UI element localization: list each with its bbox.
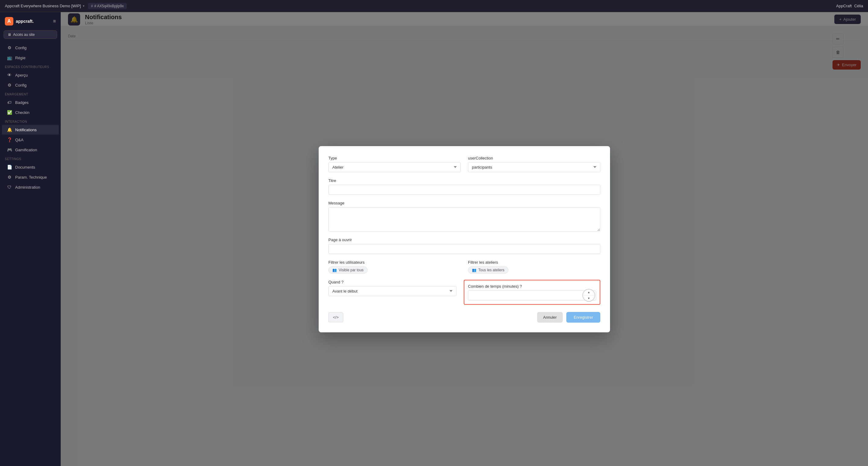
section-label-emargement: ÉMARGEMENT: [0, 90, 61, 97]
titre-field: Titre: [329, 178, 600, 195]
gamification-icon: 🎮: [7, 147, 12, 152]
type-select[interactable]: Atelier Session Conférence: [329, 162, 461, 172]
sidebar-item-label: Administration: [15, 185, 40, 190]
quand-select[interactable]: Avant le début Après la fin Pendant: [329, 286, 457, 296]
user-collection-field: userCollection participants speakers tou…: [468, 156, 600, 172]
modal-row-filters: Filtrer les utilisateurs 👥 Visible par t…: [329, 260, 600, 274]
sidebar-item-label: Documents: [15, 165, 35, 170]
hash-icon: #: [91, 4, 93, 8]
sidebar-item-notifications[interactable]: 🔔 Notifications: [2, 125, 59, 135]
sidebar-item-checkin[interactable]: ✅ Checkin: [2, 108, 59, 117]
section-label-interaction: INTERACTION: [0, 118, 61, 124]
filter-users-label: Filtrer les utilisateurs: [329, 260, 461, 265]
apercu-icon: 👁: [7, 72, 12, 78]
regie-icon: 📺: [7, 55, 12, 60]
logo-letter: A: [7, 19, 11, 24]
sidebar-item-gamification[interactable]: 🎮 Gamification: [2, 145, 59, 155]
main-layout: A appcraft. ≡ 🖥 Accès au site ⚙ Config 📺…: [0, 12, 868, 466]
modal-overlay: Type Atelier Session Conférence userColl…: [61, 12, 868, 466]
type-field: Type Atelier Session Conférence: [329, 156, 461, 172]
filter-users-tag-text: Visible par tous: [339, 268, 364, 272]
message-textarea[interactable]: [329, 207, 600, 231]
cancel-button[interactable]: Annuler: [537, 312, 563, 323]
badges-icon: 🏷: [7, 100, 12, 105]
sidebar-item-label: Config: [15, 83, 27, 87]
sidebar-item-qa[interactable]: ❓ Q&A: [2, 135, 59, 145]
sidebar-item-label: Régie: [15, 56, 26, 60]
sidebar-item-param-technique[interactable]: ⚙ Param. Technique: [2, 172, 59, 182]
temps-input-wrap: ▲ ▼: [468, 290, 596, 300]
admin-icon: 🛡: [7, 185, 12, 190]
user-collection-label: userCollection: [468, 156, 600, 161]
sidebar-item-config-espaces[interactable]: ⚙ Config: [2, 80, 59, 90]
topbar-right: AppCraft Célia: [836, 4, 863, 8]
filter-users-field: Filtrer les utilisateurs 👥 Visible par t…: [329, 260, 461, 274]
page-field: Page à ouvrir: [329, 238, 600, 254]
branch-hash: # AX5q49xBpjlp9x: [94, 4, 124, 8]
config-icon: ⚙: [7, 45, 12, 50]
user-name: Célia: [854, 4, 863, 8]
message-label: Message: [329, 201, 600, 205]
modal-row-timing: Quand ? Avant le début Après la fin Pend…: [329, 280, 600, 305]
sidebar-section-interaction: INTERACTION 🔔 Notifications ❓ Q&A 🎮 Gami…: [0, 118, 61, 155]
temps-field: Combien de temps (minutes) ? ▲ ▼: [464, 280, 600, 305]
notifications-icon: 🔔: [7, 127, 12, 132]
topbar: Appcraft Everywhere Business Demo [WIP] …: [0, 0, 868, 12]
sidebar-item-administration[interactable]: 🛡 Administration: [2, 182, 59, 192]
code-button[interactable]: </>: [329, 312, 343, 322]
content-area: 🔔 Notifications Liste + Ajouter Date ✏ 🗑: [61, 12, 868, 466]
sidebar-item-label: Param. Technique: [15, 175, 47, 179]
filter-ateliers-tag[interactable]: 👥 Tous les ateliers: [468, 266, 508, 274]
hamburger-button[interactable]: ≡: [53, 19, 56, 24]
chevron-down-icon: ▾: [83, 4, 84, 8]
chevron-up-icon: ▲: [588, 291, 590, 294]
spinner-controls: ▲ ▼: [583, 289, 595, 301]
sidebar-item-documents[interactable]: 📄 Documents: [2, 162, 59, 172]
chevron-down-icon: ▼: [588, 297, 590, 300]
sidebar-item-regie[interactable]: 📺 Régie: [2, 53, 59, 63]
qa-icon: ❓: [7, 137, 12, 142]
user-collection-select[interactable]: participants speakers tous: [468, 162, 600, 172]
modal-footer: </> Annuler Enregistrer: [329, 312, 600, 323]
type-label: Type: [329, 156, 461, 161]
quand-label: Quand ?: [329, 280, 457, 284]
user-brand: AppCraft: [836, 4, 851, 8]
people-icon: 👥: [332, 268, 337, 272]
documents-icon: 📄: [7, 165, 12, 170]
filter-users-tag[interactable]: 👥 Visible par tous: [329, 266, 368, 274]
sidebar-section-emargement: ÉMARGEMENT 🏷 Badges ✅ Checkin: [0, 90, 61, 118]
code-icon: </>: [333, 315, 339, 320]
sidebar-item-label: Gamification: [15, 148, 37, 152]
page-input[interactable]: [329, 244, 600, 254]
sidebar: A appcraft. ≡ 🖥 Accès au site ⚙ Config 📺…: [0, 12, 61, 466]
sidebar-item-label: Config: [15, 46, 27, 50]
sidebar-section-settings: SETTINGS 📄 Documents ⚙ Param. Technique …: [0, 155, 61, 192]
temps-input[interactable]: [468, 290, 596, 300]
sidebar-section-main: ⚙ Config 📺 Régie: [0, 42, 61, 63]
message-field: Message: [329, 201, 600, 231]
sidebar-item-apercu[interactable]: 👁 Aperçu: [2, 70, 59, 80]
quand-field: Quand ? Avant le début Après la fin Pend…: [329, 280, 457, 305]
sidebar-item-label: Aperçu: [15, 73, 28, 78]
filter-ateliers-tag-text: Tous les ateliers: [478, 268, 504, 272]
user-info: AppCraft Célia: [836, 4, 863, 8]
sidebar-item-config-main[interactable]: ⚙ Config: [2, 43, 59, 53]
access-site-button[interactable]: 🖥 Accès au site: [4, 30, 57, 39]
sidebar-item-label: Checkin: [15, 110, 29, 115]
section-label-espaces: ESPACES CONTRIBUTEURS: [0, 63, 61, 70]
section-label-settings: SETTINGS: [0, 155, 61, 162]
sidebar-logo: A appcraft. ≡: [0, 14, 61, 29]
modal-row-type: Type Atelier Session Conférence userColl…: [329, 156, 600, 172]
param-icon: ⚙: [7, 175, 12, 179]
sidebar-item-badges[interactable]: 🏷 Badges: [2, 97, 59, 107]
page-label: Page à ouvrir: [329, 238, 600, 242]
monitor-icon: 🖥: [8, 32, 11, 37]
titre-input[interactable]: [329, 185, 600, 195]
topbar-left: Appcraft Everywhere Business Demo [WIP] …: [5, 3, 836, 9]
app-title-dropdown[interactable]: Appcraft Everywhere Business Demo [WIP] …: [5, 4, 84, 8]
save-button[interactable]: Enregistrer: [566, 312, 600, 323]
logo-text: appcraft.: [16, 19, 34, 24]
titre-label: Titre: [329, 178, 600, 183]
sidebar-item-label: Q&A: [15, 138, 23, 142]
access-site-label: Accès au site: [13, 32, 35, 37]
